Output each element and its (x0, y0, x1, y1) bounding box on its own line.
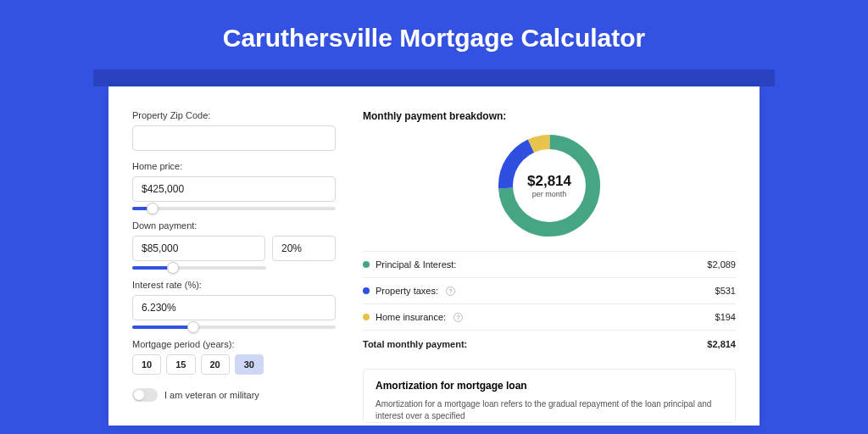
inputs-column: Property Zip Code: Home price: Down paym… (132, 110, 336, 426)
period-option-10[interactable]: 10 (132, 354, 161, 375)
down-payment-amount-input[interactable] (132, 236, 265, 261)
breakdown-total-value: $2,814 (707, 339, 736, 349)
interest-rate-field: Interest rate (%): (132, 280, 336, 329)
down-payment-slider[interactable] (132, 266, 266, 270)
breakdown-item-value: $531 (715, 286, 736, 296)
zip-field: Property Zip Code: (132, 110, 336, 151)
interest-rate-slider[interactable] (132, 326, 336, 329)
interest-rate-input[interactable] (132, 295, 336, 320)
dot-icon (363, 287, 370, 294)
interest-rate-label: Interest rate (%): (132, 280, 336, 290)
breakdown-line-taxes: Property taxes: ? $531 (363, 277, 736, 303)
down-payment-pct-input[interactable] (272, 236, 336, 261)
veteran-switch[interactable] (132, 388, 158, 402)
veteran-label: I am veteran or military (164, 390, 259, 400)
zip-input[interactable] (132, 125, 336, 151)
period-option-20[interactable]: 20 (201, 354, 230, 375)
breakdown-item-value: $194 (715, 312, 736, 322)
page-title: Caruthersville Mortgage Calculator (0, 24, 868, 53)
breakdown-line-principal: Principal & Interest: $2,089 (363, 251, 736, 277)
calculator-panel: Property Zip Code: Home price: Down paym… (108, 86, 760, 426)
mortgage-period-label: Mortgage period (years): (132, 339, 336, 349)
help-icon[interactable]: ? (446, 287, 455, 296)
dot-icon (363, 261, 370, 268)
home-price-field: Home price: (132, 161, 336, 210)
breakdown-title: Monthly payment breakdown: (363, 110, 736, 122)
breakdown-total-row: Total monthly payment: $2,814 (363, 330, 736, 357)
home-price-input[interactable] (132, 176, 336, 202)
breakdown-item-label: Home insurance: (376, 312, 446, 322)
help-icon[interactable]: ? (453, 313, 463, 322)
home-price-slider[interactable] (132, 207, 336, 210)
donut-amount: $2,814 (527, 173, 571, 190)
slider-thumb-icon[interactable] (147, 203, 159, 214)
amortization-title: Amortization for mortgage loan (376, 380, 723, 392)
slider-thumb-icon[interactable] (187, 321, 199, 333)
mortgage-period-group: 10 15 20 30 (132, 354, 336, 375)
breakdown-item-label: Property taxes: (376, 286, 438, 296)
donut-chart-wrap: $2,814 per month (363, 131, 736, 241)
down-payment-label: Down payment: (132, 220, 336, 231)
amortization-card: Amortization for mortgage loan Amortizat… (363, 369, 736, 423)
breakdown-item-label: Principal & Interest: (376, 259, 456, 270)
donut-center: $2,814 per month (513, 149, 586, 222)
slider-thumb-icon[interactable] (167, 262, 179, 274)
veteran-row: I am veteran or military (132, 388, 336, 402)
mortgage-period-field: Mortgage period (years): 10 15 20 30 (132, 339, 336, 375)
donut-chart: $2,814 per month (494, 131, 604, 241)
period-option-15[interactable]: 15 (166, 354, 195, 375)
breakdown-line-insurance: Home insurance: ? $194 (363, 303, 736, 330)
breakdown-column: Monthly payment breakdown: $2,814 per mo… (363, 110, 736, 426)
home-price-label: Home price: (132, 161, 336, 171)
breakdown-total-label: Total monthly payment: (363, 339, 467, 349)
page-header: Caruthersville Mortgage Calculator (0, 0, 868, 70)
dot-icon (363, 314, 370, 320)
breakdown-item-value: $2,089 (707, 259, 736, 270)
amortization-body: Amortization for a mortgage loan refers … (376, 398, 723, 422)
zip-label: Property Zip Code: (132, 110, 336, 120)
period-option-30[interactable]: 30 (235, 354, 264, 375)
back-panel-tab (93, 70, 775, 86)
donut-per: per month (532, 190, 567, 198)
down-payment-field: Down payment: (132, 220, 336, 270)
